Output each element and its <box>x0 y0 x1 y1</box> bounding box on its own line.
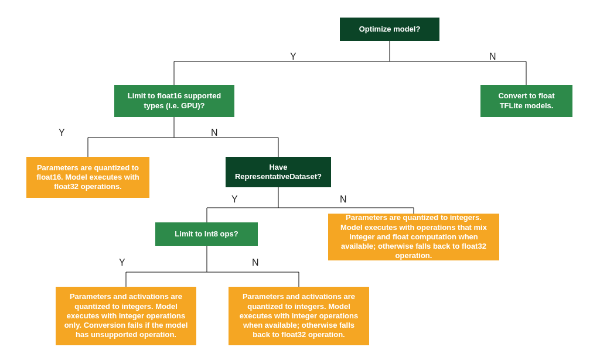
edge-label-repdataset-no: N <box>340 194 347 205</box>
edge-label-repdataset-yes: Y <box>231 194 238 205</box>
node-limit-int8: Limit to Int8 ops? <box>155 222 258 246</box>
node-mixed-int-float: Parameters are quantized to integers. Mo… <box>328 214 499 260</box>
node-have-representative-dataset: Have RepresentativeDataset? <box>226 157 331 187</box>
node-convert-float-tflite: Convert to float TFLite models. <box>480 85 572 117</box>
node-int-with-fallback: Parameters and activations are quantized… <box>229 287 369 345</box>
edge-label-optimize-no: N <box>489 51 496 62</box>
edge-label-int8-no: N <box>252 257 259 268</box>
edge-label-float16-yes: Y <box>59 128 65 138</box>
node-quantized-float16: Parameters are quantized to float16. Mod… <box>26 157 149 198</box>
edge-label-optimize-yes: Y <box>290 51 296 62</box>
edge-label-float16-no: N <box>211 128 218 138</box>
node-optimize-model: Optimize model? <box>340 18 439 41</box>
node-limit-float16: Limit to float16 supported types (i.e. G… <box>114 85 234 117</box>
node-int-only: Parameters and activations are quantized… <box>56 287 196 345</box>
diagram-canvas: Optimize model? Y N Limit to float16 sup… <box>0 0 600 364</box>
edge-label-int8-yes: Y <box>119 257 125 268</box>
